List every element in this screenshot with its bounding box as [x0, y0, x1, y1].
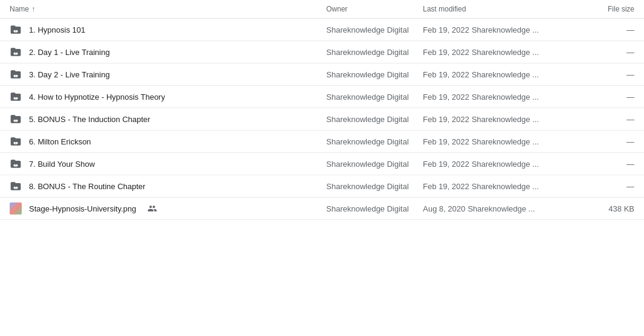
- table-row[interactable]: 1. Hypnosis 101 Shareknowledge Digital F…: [0, 19, 644, 41]
- owner-cell: Shareknowledge Digital: [326, 160, 423, 169]
- modified-by-label: Shareknowledge ...: [472, 48, 539, 57]
- owner-cell: Shareknowledge Digital: [326, 25, 423, 34]
- sort-arrow-icon: ↑: [31, 5, 35, 13]
- file-name-label: 3. Day 2 - Live Training: [29, 70, 110, 79]
- modified-cell: Feb 19, 2022 Shareknowledge ...: [423, 70, 574, 79]
- file-name-cell: Stage-Hypnosis-University.png: [10, 202, 326, 215]
- shared-icon: [147, 204, 157, 213]
- folder-icon: [10, 91, 22, 103]
- file-name-cell: 2. Day 1 - Live Training: [10, 46, 326, 58]
- modified-by-label: Shareknowledge ...: [472, 115, 539, 124]
- file-name-label: 7. Build Your Show: [29, 160, 95, 169]
- filesize-cell: —: [574, 25, 634, 34]
- modified-date-label: Feb 19, 2022: [423, 137, 469, 146]
- modified-cell: Feb 19, 2022 Shareknowledge ...: [423, 182, 574, 191]
- folder-icon: [10, 135, 22, 147]
- modified-cell: Feb 19, 2022 Shareknowledge ...: [423, 137, 574, 146]
- modified-by-label: Shareknowledge ...: [472, 92, 539, 102]
- file-name-cell: 1. Hypnosis 101: [10, 24, 326, 36]
- file-name-label: 1. Hypnosis 101: [29, 25, 85, 34]
- name-header-label: Name: [10, 5, 29, 13]
- modified-cell: Feb 19, 2022 Shareknowledge ...: [423, 25, 574, 34]
- modified-by-label: Shareknowledge ...: [472, 182, 539, 191]
- modified-by-label: Shareknowledge ...: [472, 160, 539, 169]
- modified-date-label: Feb 19, 2022: [423, 115, 469, 124]
- table-row[interactable]: 4. How to Hypnotize - Hypnosis Theory Sh…: [0, 86, 644, 108]
- filesize-cell: 438 KB: [574, 204, 634, 213]
- name-column-header[interactable]: Name ↑: [10, 5, 326, 13]
- file-name-cell: 4. How to Hypnotize - Hypnosis Theory: [10, 91, 326, 103]
- modified-date-label: Feb 19, 2022: [423, 70, 469, 79]
- owner-cell: Shareknowledge Digital: [326, 48, 423, 57]
- modified-date-label: Feb 19, 2022: [423, 48, 469, 57]
- modified-date-label: Aug 8, 2020: [423, 204, 465, 213]
- modified-date-label: Feb 19, 2022: [423, 92, 469, 102]
- filesize-cell: —: [574, 92, 634, 102]
- file-name-cell: 3. Day 2 - Live Training: [10, 68, 326, 80]
- owner-cell: Shareknowledge Digital: [326, 137, 423, 146]
- owner-cell: Shareknowledge Digital: [326, 70, 423, 79]
- file-thumbnail-icon: [10, 202, 22, 215]
- file-name-cell: 5. BONUS - The Induction Chapter: [10, 113, 326, 125]
- owner-cell: Shareknowledge Digital: [326, 182, 423, 191]
- table-row[interactable]: 6. Milton Erickson Shareknowledge Digita…: [0, 131, 644, 153]
- modified-date-label: Feb 19, 2022: [423, 25, 469, 34]
- table-row[interactable]: 2. Day 1 - Live Training Shareknowledge …: [0, 41, 644, 63]
- file-name-cell: 8. BONUS - The Routine Chapter: [10, 180, 326, 192]
- modified-cell: Feb 19, 2022 Shareknowledge ...: [423, 160, 574, 169]
- owner-cell: Shareknowledge Digital: [326, 115, 423, 124]
- folder-icon: [10, 113, 22, 125]
- modified-cell: Aug 8, 2020 Shareknowledge ...: [423, 204, 574, 213]
- file-name-label: 8. BONUS - The Routine Chapter: [29, 182, 146, 191]
- owner-cell: Shareknowledge Digital: [326, 92, 423, 102]
- modified-by-label: Shareknowledge ...: [472, 137, 539, 146]
- file-name-cell: 6. Milton Erickson: [10, 135, 326, 147]
- table-row[interactable]: 5. BONUS - The Induction Chapter Sharekn…: [0, 108, 644, 131]
- filesize-cell: —: [574, 48, 634, 57]
- filesize-cell: —: [574, 137, 634, 146]
- table-row[interactable]: 8. BONUS - The Routine Chapter Shareknow…: [0, 175, 644, 198]
- owner-column-header[interactable]: Owner: [326, 5, 423, 13]
- filesize-cell: —: [574, 70, 634, 79]
- owner-cell: Shareknowledge Digital: [326, 204, 423, 213]
- modified-cell: Feb 19, 2022 Shareknowledge ...: [423, 48, 574, 57]
- modified-date-label: Feb 19, 2022: [423, 182, 469, 191]
- folder-icon: [10, 46, 22, 58]
- modified-cell: Feb 19, 2022 Shareknowledge ...: [423, 92, 574, 102]
- file-name-label: 5. BONUS - The Induction Chapter: [29, 115, 150, 124]
- file-name-label: Stage-Hypnosis-University.png: [29, 204, 137, 213]
- folder-icon: [10, 68, 22, 80]
- modified-by-label: Shareknowledge ...: [472, 70, 539, 79]
- file-name-label: 2. Day 1 - Live Training: [29, 48, 110, 57]
- table-row[interactable]: Stage-Hypnosis-University.png Shareknowl…: [0, 198, 644, 220]
- rows-container: 1. Hypnosis 101 Shareknowledge Digital F…: [0, 19, 644, 220]
- modified-cell: Feb 19, 2022 Shareknowledge ...: [423, 115, 574, 124]
- table-row[interactable]: 7. Build Your Show Shareknowledge Digita…: [0, 153, 644, 175]
- modified-date-label: Feb 19, 2022: [423, 160, 469, 169]
- file-name-label: 4. How to Hypnotize - Hypnosis Theory: [29, 92, 165, 102]
- table-header: Name ↑ Owner Last modified File size: [0, 0, 644, 19]
- filesize-cell: —: [574, 115, 634, 124]
- folder-icon: [10, 24, 22, 36]
- file-list: Name ↑ Owner Last modified File size: [0, 0, 644, 220]
- modified-by-label: Shareknowledge ...: [472, 25, 539, 34]
- file-name-cell: 7. Build Your Show: [10, 158, 326, 170]
- modified-by-label: Shareknowledge ...: [468, 204, 535, 213]
- folder-icon: [10, 180, 22, 192]
- filesize-cell: —: [574, 182, 634, 191]
- table-row[interactable]: 3. Day 2 - Live Training Shareknowledge …: [0, 63, 644, 86]
- modified-column-header[interactable]: Last modified: [423, 5, 574, 13]
- filesize-cell: —: [574, 160, 634, 169]
- folder-icon: [10, 158, 22, 170]
- filesize-column-header[interactable]: File size: [574, 5, 634, 13]
- file-name-label: 6. Milton Erickson: [29, 137, 91, 146]
